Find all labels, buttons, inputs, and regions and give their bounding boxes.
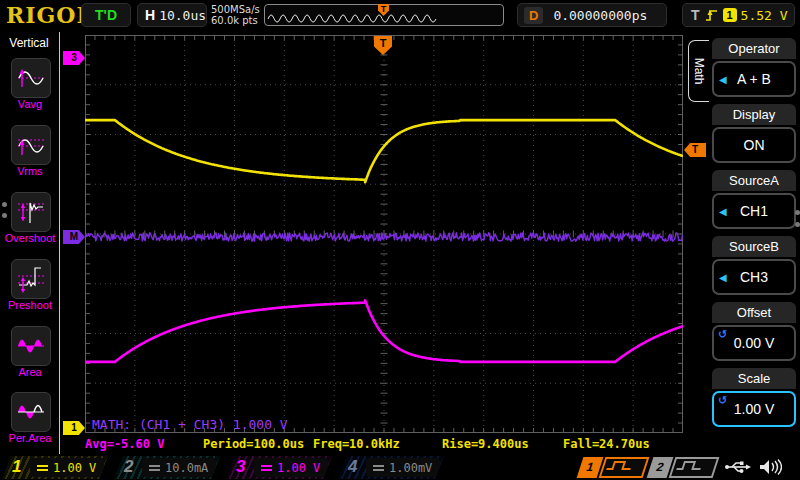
- sourcea-label: SourceA: [712, 170, 796, 191]
- scale-value[interactable]: ↺ 1.00 V: [712, 391, 796, 427]
- display-label: Display: [712, 104, 796, 125]
- left-menu-page-dot: [2, 213, 7, 218]
- display-value-text: ON: [744, 137, 765, 153]
- usb-icon: [724, 459, 752, 476]
- ch1-zero-marker[interactable]: 1: [63, 421, 85, 435]
- channel-3-scale: 1.00 V: [277, 461, 320, 475]
- operator-value[interactable]: ◀ A + B: [712, 61, 796, 97]
- channel-1-number: 1: [12, 457, 21, 477]
- right-menu-page-dot: [795, 222, 800, 227]
- measure-perarea-button[interactable]: [11, 392, 51, 432]
- preshoot-icon: [16, 264, 46, 294]
- measure-vavg-label: Vavg: [0, 98, 60, 110]
- measure-overshoot-button[interactable]: [11, 192, 51, 232]
- vrms-icon: [16, 130, 46, 160]
- dc-coupling-icon: [37, 465, 48, 471]
- scale-value-text: 1.00 V: [734, 401, 774, 417]
- left-arrow-icon: ◀: [719, 74, 727, 85]
- menu-item-offset[interactable]: Offset ↺ 0.00 V: [712, 302, 796, 361]
- sourcea-value[interactable]: ◀ CH1: [712, 193, 796, 229]
- menu-item-scale[interactable]: Scale ↺ 1.00 V: [712, 368, 796, 427]
- right-menu-page-dot: [795, 210, 800, 215]
- dc-coupling-icon: [373, 465, 384, 471]
- overshoot-icon: [16, 197, 46, 227]
- measurement-fall: Fall=24.70us: [563, 437, 650, 451]
- measure-preshoot-label: Preshoot: [0, 299, 60, 311]
- dc-coupling-icon: [261, 465, 272, 471]
- horizontal-timebase-chip[interactable]: H 10.0us: [137, 3, 207, 27]
- menu-item-display[interactable]: Display ON: [712, 104, 796, 163]
- measure-vavg-button[interactable]: [11, 58, 51, 98]
- area-icon: [16, 331, 46, 361]
- menu-item-sourceb[interactable]: SourceB ◀ CH3: [712, 236, 796, 295]
- measure-overshoot-label: Overshoot: [0, 232, 60, 244]
- math-menu-tab-label: Math: [692, 58, 706, 85]
- left-arrow-icon: ◀: [719, 272, 727, 283]
- measurement-avg: Avg=-5.60 V: [85, 437, 164, 451]
- left-measure-menu: Vertical Vavg Vrms: [0, 32, 60, 454]
- right-menu: Operator ◀ A + B Display ON SourceA ◀ CH…: [710, 32, 800, 454]
- offset-value-text: 0.00 V: [734, 335, 774, 351]
- sourceb-label: SourceB: [712, 236, 796, 257]
- channel-2-chip: 10.0mA: [142, 458, 216, 477]
- delay-value: 0.00000000ps: [553, 8, 647, 23]
- channel-4-scale: 1.00mV: [389, 461, 432, 475]
- trigger-status-text: T'D: [95, 7, 117, 23]
- measurement-freq: Freq=10.0kHz: [313, 437, 400, 451]
- channel-1-slot[interactable]: 1 1.00 V: [2, 456, 108, 479]
- waveform-display: [85, 35, 683, 433]
- operator-label: Operator: [712, 38, 796, 59]
- menu-item-operator[interactable]: Operator ◀ A + B: [712, 38, 796, 97]
- channel-1-scale: 1.00 V: [53, 461, 96, 475]
- channel-2-scale: 10.0mA: [165, 461, 208, 475]
- math-menu-tab[interactable]: Math: [688, 40, 709, 102]
- delay-prefix: D: [524, 7, 543, 24]
- channel-4-slot[interactable]: 4 1.00mV: [338, 456, 444, 479]
- channel-3-chip: 1.00 V: [254, 458, 328, 477]
- memory-depth: 60.0k pts: [211, 15, 260, 26]
- measure-vrms-button[interactable]: [11, 125, 51, 165]
- channel-4-chip: 1.00mV: [366, 458, 440, 477]
- measure-preshoot-button[interactable]: [11, 259, 51, 299]
- measure-vrms-label: Vrms: [0, 165, 60, 177]
- rigol-logo: RIGOL: [6, 2, 93, 28]
- acquisition-info: 500MSa/s 60.0k pts: [211, 4, 260, 26]
- knob-rotate-icon: ↺: [718, 328, 727, 341]
- channel-1-chip: 1.00 V: [30, 458, 104, 477]
- math-zero-marker[interactable]: M: [63, 230, 85, 244]
- sample-rate: 500MSa/s: [211, 4, 260, 15]
- left-menu-page-dot: [2, 202, 7, 207]
- trigger-source-badge: 1: [723, 8, 737, 22]
- channel-2-number: 2: [124, 457, 133, 477]
- beeper-icon: [758, 458, 782, 476]
- operator-value-text: A + B: [737, 71, 771, 87]
- vavg-icon: [16, 63, 46, 93]
- measurement-rise: Rise=9.400us: [442, 437, 529, 451]
- ch3-zero-marker[interactable]: 3: [63, 51, 85, 65]
- source-2-indicator[interactable]: 2: [650, 457, 714, 478]
- timebase-value: 10.0us: [159, 8, 206, 23]
- channel-4-number: 4: [348, 457, 357, 477]
- timebase-prefix: H: [145, 7, 155, 23]
- source-2-pulse-icon: [669, 457, 720, 478]
- rising-edge-icon: [705, 8, 719, 22]
- offset-value[interactable]: ↺ 0.00 V: [712, 325, 796, 361]
- measurement-period: Period=100.0us: [203, 437, 304, 451]
- display-value[interactable]: ON: [712, 127, 796, 163]
- scale-label: Scale: [712, 368, 796, 389]
- sourceb-value[interactable]: ◀ CH3: [712, 259, 796, 295]
- trigger-level-marker[interactable]: T: [684, 143, 706, 157]
- menu-item-sourcea[interactable]: SourceA ◀ CH1: [712, 170, 796, 229]
- channel-3-slot[interactable]: 3 1.00 V: [226, 456, 332, 479]
- measure-area-button[interactable]: [11, 326, 51, 366]
- math-status-label: MATH: (CH1 + CH3) 1.000 V: [92, 417, 288, 432]
- channel-3-number: 3: [236, 457, 245, 477]
- delay-chip[interactable]: D 0.00000000ps: [517, 3, 667, 27]
- trigger-info-chip[interactable]: T 1 5.52 V: [682, 3, 795, 27]
- offset-label: Offset: [712, 302, 796, 323]
- source-1-indicator[interactable]: 1: [580, 457, 644, 478]
- channel-2-slot[interactable]: 2 10.0mA: [114, 456, 220, 479]
- left-arrow-icon: ◀: [719, 206, 727, 217]
- dc-coupling-icon: [149, 465, 160, 471]
- waveform-memory-strip[interactable]: T: [264, 4, 504, 26]
